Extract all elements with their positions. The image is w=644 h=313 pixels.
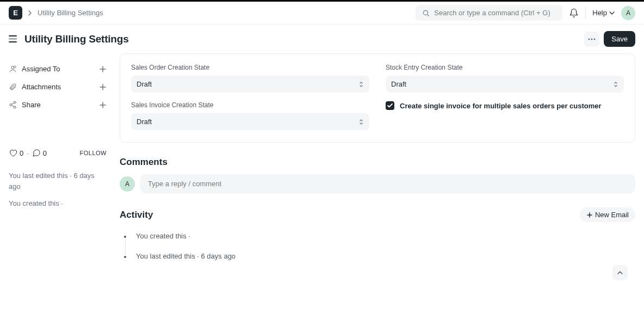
activity-heading: Activity bbox=[120, 210, 153, 220]
help-button[interactable]: Help bbox=[592, 9, 615, 17]
sidebar-attachments[interactable]: Attachments bbox=[9, 78, 107, 96]
single-invoice-label: Create single invoice for multiple sales… bbox=[400, 102, 602, 110]
checkbox-checked-icon bbox=[386, 101, 394, 110]
svg-point-2 bbox=[591, 38, 593, 40]
share-icon bbox=[9, 101, 17, 109]
select-caret-icon bbox=[358, 81, 364, 88]
app-logo[interactable]: E bbox=[9, 6, 22, 20]
svg-point-7 bbox=[10, 104, 12, 106]
more-button[interactable] bbox=[584, 32, 599, 47]
comments-value: 0 bbox=[43, 149, 47, 157]
avatar[interactable]: A bbox=[621, 6, 635, 20]
sales-invoice-state-label: Sales Invoice Creation State bbox=[131, 101, 369, 109]
single-invoice-checkbox[interactable]: Create single invoice for multiple sales… bbox=[386, 101, 624, 110]
sidebar-share-label: Share bbox=[22, 101, 41, 109]
breadcrumb[interactable]: Utility Billing Settings bbox=[38, 9, 103, 17]
search-icon bbox=[422, 9, 430, 17]
chevron-up-icon bbox=[617, 271, 623, 275]
help-label: Help bbox=[592, 9, 607, 17]
sales-invoice-state-value: Draft bbox=[137, 118, 152, 126]
comments-count[interactable]: 0 bbox=[32, 149, 47, 157]
sales-order-state-value: Draft bbox=[137, 80, 152, 88]
svg-point-6 bbox=[14, 101, 16, 103]
select-caret-icon bbox=[613, 81, 618, 88]
add-share-button[interactable] bbox=[99, 101, 107, 109]
sales-order-state-select[interactable]: Draft bbox=[131, 76, 369, 93]
stock-entry-state-label: Stock Entry Creation State bbox=[386, 64, 624, 71]
likes-count[interactable]: 0 bbox=[9, 149, 23, 157]
save-button[interactable]: Save bbox=[604, 31, 635, 47]
form-card: Sales Order Creation State Draft Sales I… bbox=[120, 53, 635, 143]
search-input[interactable]: Search or type a command (Ctrl + G) bbox=[416, 5, 562, 21]
stock-entry-state-value: Draft bbox=[391, 80, 406, 88]
scroll-top-button[interactable] bbox=[612, 265, 628, 280]
plus-icon bbox=[586, 212, 593, 218]
comments-heading: Comments bbox=[120, 157, 635, 168]
add-assigned-button[interactable] bbox=[99, 65, 107, 73]
notification-icon[interactable] bbox=[569, 8, 579, 18]
activity-item: You created this · bbox=[124, 232, 635, 252]
sidebar-assigned-label: Assigned To bbox=[22, 65, 60, 73]
chevron-down-icon bbox=[609, 11, 615, 15]
heart-icon bbox=[9, 149, 17, 157]
svg-point-1 bbox=[589, 38, 590, 40]
svg-point-0 bbox=[424, 10, 428, 15]
svg-point-3 bbox=[594, 38, 596, 40]
new-email-label: New Email bbox=[595, 211, 629, 219]
sidebar-attachments-label: Attachments bbox=[22, 83, 61, 91]
search-placeholder: Search or type a command (Ctrl + G) bbox=[434, 9, 550, 17]
menu-icon[interactable] bbox=[9, 35, 17, 42]
chevron-right-icon bbox=[28, 10, 32, 16]
activity-text: You last edited this · 6 days ago bbox=[136, 252, 236, 260]
follow-button[interactable]: FOLLOW bbox=[80, 150, 107, 156]
activity-text: You created this · bbox=[136, 232, 190, 240]
likes-value: 0 bbox=[20, 149, 23, 157]
new-email-button[interactable]: New Email bbox=[580, 207, 635, 222]
paperclip-icon bbox=[9, 83, 17, 91]
user-icon bbox=[9, 65, 17, 73]
page-title: Utility Billing Settings bbox=[24, 33, 129, 45]
stat-separator: · bbox=[27, 149, 29, 157]
sidebar-assigned-to[interactable]: Assigned To bbox=[9, 60, 107, 78]
comment-icon bbox=[32, 149, 41, 157]
stock-entry-state-select[interactable]: Draft bbox=[386, 76, 624, 93]
comment-avatar: A bbox=[120, 176, 135, 192]
select-caret-icon bbox=[358, 118, 364, 126]
add-attachment-button[interactable] bbox=[99, 83, 107, 91]
sales-order-state-label: Sales Order Creation State bbox=[131, 64, 369, 71]
svg-point-8 bbox=[14, 106, 16, 108]
sales-invoice-state-select[interactable]: Draft bbox=[131, 113, 369, 130]
sidebar-meta-created: You created this · bbox=[9, 198, 107, 209]
comment-input[interactable]: Type a reply / comment bbox=[140, 174, 635, 193]
sidebar-share[interactable]: Share bbox=[9, 96, 107, 114]
activity-item: You last edited this · 6 days ago bbox=[124, 252, 635, 260]
sidebar-meta-edited: You last edited this · 6 days ago bbox=[9, 170, 107, 192]
